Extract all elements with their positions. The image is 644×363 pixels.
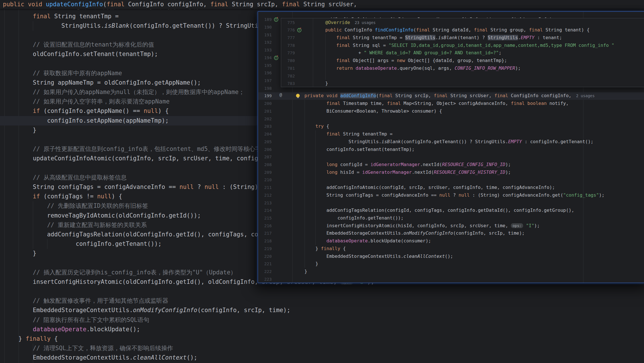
code-line[interactable]: public void updateConfigInfo(final Confi… xyxy=(0,0,644,9)
line-number: 781 xyxy=(281,65,295,72)
line-number: 217 xyxy=(258,230,272,237)
code-line[interactable]: @Override 23 usages xyxy=(314,19,614,27)
line-number: 189 xyxy=(258,16,272,23)
line-number: 210 xyxy=(258,176,272,184)
code-line[interactable]: try { xyxy=(293,123,605,130)
line-number: 207 xyxy=(258,153,272,161)
sticky-method-header[interactable]: public void updateConfigInfo(final Confi… xyxy=(0,0,644,9)
line-number: 219 xyxy=(258,245,272,253)
overrides-method-icon[interactable] xyxy=(297,28,301,32)
line-number: 779 xyxy=(281,49,295,57)
code-line[interactable]: // 阻塞执行所有在上下文中累积的SQL语句 xyxy=(0,315,644,325)
ide-editor: { "sticky": {"lines": [ {"t": [["k","pub… xyxy=(0,0,644,363)
popup-gutter[interactable]: 1891901911921931941951961971981992002012… xyxy=(258,16,272,283)
code-line[interactable]: EmbeddedStorageContextUtils.onModifyConf… xyxy=(0,306,644,315)
code-line[interactable]: EmbeddedStorageContextUtils.cleanAllCont… xyxy=(293,253,605,260)
code-line[interactable] xyxy=(293,276,605,283)
gutter-separator xyxy=(313,18,313,87)
code-line[interactable] xyxy=(293,153,605,161)
line-number: 214 xyxy=(258,207,272,214)
line-number: 782 xyxy=(281,72,295,80)
line-number: 222 xyxy=(258,268,272,276)
line-number: 223 xyxy=(258,276,272,283)
code-line[interactable]: // 清理SQL上下文，释放资源，确保不影响后续操作 xyxy=(0,344,644,353)
line-number: 215 xyxy=(258,214,272,222)
line-number: 775 xyxy=(281,19,295,27)
line-number: 194 xyxy=(258,54,272,62)
line-number: 205 xyxy=(258,138,272,146)
line-number: 202 xyxy=(258,115,272,123)
code-line[interactable]: long hisId = idGeneratorManager.nextId(R… xyxy=(293,169,605,176)
implements-method-icon[interactable] xyxy=(274,17,278,22)
nested-definition-popup[interactable]: 775776777778779780781782783 @Override 23… xyxy=(281,18,644,87)
code-line[interactable]: } xyxy=(314,80,614,87)
code-line[interactable]: insertConfigHistoryAtomic(hisId, configI… xyxy=(293,222,605,230)
line-number: 191 xyxy=(258,31,272,39)
code-line[interactable]: databaseOperate.blockUpdate(consumer); xyxy=(293,237,605,245)
line-number: 201 xyxy=(258,107,272,115)
line-number: 203 xyxy=(258,123,272,130)
code-line[interactable]: } xyxy=(293,260,605,268)
line-number: 193 xyxy=(258,46,272,54)
code-line[interactable]: addConfigInfoAtomic(configId, srcIp, src… xyxy=(293,184,605,192)
code-line[interactable]: } xyxy=(293,268,605,276)
line-number: 200 xyxy=(258,100,272,107)
quick-definition-popup[interactable]: 1891901911921931941951961971981992002012… xyxy=(258,11,644,283)
nested-code[interactable]: @Override 23 usages public ConfigInfo fi… xyxy=(314,19,614,87)
code-line[interactable]: BiConsumer<Boolean, Throwable> consumer)… xyxy=(293,107,605,115)
code-line[interactable]: EmbeddedStorageContextUtils.cleanAllCont… xyxy=(0,353,644,362)
intention-bulb-icon[interactable] xyxy=(296,94,300,97)
code-line[interactable]: public ConfigInfo findConfigInfo(final S… xyxy=(314,26,614,34)
code-line[interactable]: } finally { xyxy=(293,245,605,253)
code-line[interactable]: String configTags = configAdvanceInfo ==… xyxy=(293,192,605,199)
line-number: 211 xyxy=(258,184,272,192)
code-line[interactable] xyxy=(293,115,605,123)
line-number: 209 xyxy=(258,169,272,176)
line-number: 218 xyxy=(258,237,272,245)
code-line[interactable] xyxy=(0,287,644,296)
line-number: 776 xyxy=(281,26,295,34)
line-number: 196 xyxy=(258,69,272,77)
code-line[interactable]: databaseOperate.blockUpdate(); xyxy=(0,325,644,334)
code-line[interactable]: final String sql = "SELECT ID,data_id,gr… xyxy=(314,42,614,49)
code-line[interactable]: StringUtils.isBlank(configInfo.getTenant… xyxy=(293,138,605,146)
code-line[interactable] xyxy=(293,199,605,207)
code-line[interactable]: return databaseOperate.queryOne(sql, arg… xyxy=(314,65,614,72)
code-line[interactable]: + " WHERE data_id=? AND group_id=? AND t… xyxy=(314,49,614,57)
code-line[interactable]: configInfo.setTenant(tenantTmp); xyxy=(293,146,605,153)
code-line[interactable]: addConfigTagsRelation(configId, configTa… xyxy=(293,207,605,214)
line-number: 197 xyxy=(258,77,272,85)
code-line[interactable]: long configId = idGeneratorManager.nextI… xyxy=(293,161,605,169)
code-line[interactable]: // 触发配置修改事件，用于通知其他节点或监听器 xyxy=(0,296,644,306)
line-number: 192 xyxy=(258,39,272,46)
line-number: 198 xyxy=(258,85,272,92)
line-number: 213 xyxy=(258,199,272,207)
code-line[interactable]: configInfo.getTenant()); xyxy=(293,214,605,222)
code-line[interactable]: EmbeddedStorageContextUtils.onModifyConf… xyxy=(293,230,605,237)
line-number: 206 xyxy=(258,146,272,153)
line-number: 220 xyxy=(258,253,272,260)
line-number: 212 xyxy=(258,192,272,199)
nested-gutter[interactable]: 775776777778779780781782783 xyxy=(281,19,295,87)
code-line[interactable]: private void addConfigInfo(final String … xyxy=(293,92,605,100)
line-number: 780 xyxy=(281,57,295,65)
code-line[interactable]: final String tenantTmp = xyxy=(293,130,605,138)
line-number: 777 xyxy=(281,34,295,42)
line-number: 208 xyxy=(258,161,272,169)
line-number: 195 xyxy=(258,62,272,69)
code-line[interactable]: } finally { xyxy=(0,334,644,344)
line-number: 199 xyxy=(258,92,272,100)
line-number: 216 xyxy=(258,222,272,230)
annotation-gutter-icon: @ xyxy=(279,92,282,97)
line-number: 778 xyxy=(281,42,295,49)
implements-method-icon[interactable] xyxy=(274,56,278,60)
line-number: 221 xyxy=(258,260,272,268)
code-line[interactable]: final Object[] args = new Object[] {data… xyxy=(314,57,614,65)
code-line[interactable]: final Timestamp time, final Map<String, … xyxy=(293,100,605,107)
code-line[interactable] xyxy=(293,176,605,184)
line-number: 204 xyxy=(258,130,272,138)
code-line[interactable] xyxy=(314,72,614,80)
code-line[interactable]: final String tenantTmp = StringUtils.isB… xyxy=(314,34,614,42)
line-number: 190 xyxy=(258,23,272,31)
line-number: 783 xyxy=(281,80,295,87)
